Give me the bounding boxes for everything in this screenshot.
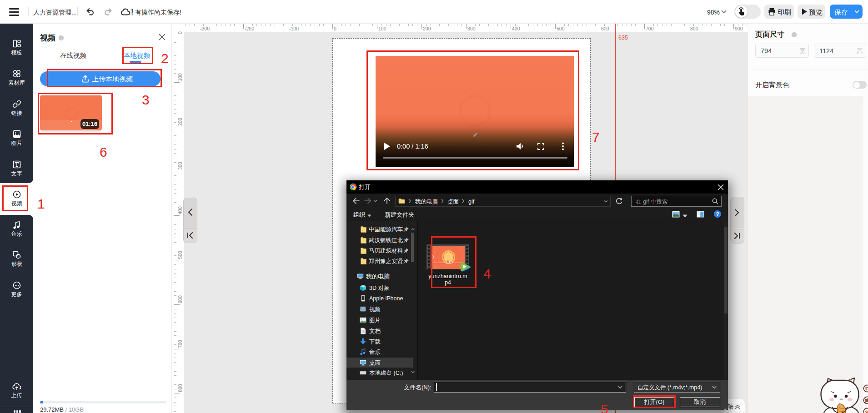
svg-text:?: ? <box>716 211 719 217</box>
svg-text:简: 简 <box>864 398 868 403</box>
svg-text:中: 中 <box>865 386 868 391</box>
svg-text:火: 火 <box>865 409 868 413</box>
